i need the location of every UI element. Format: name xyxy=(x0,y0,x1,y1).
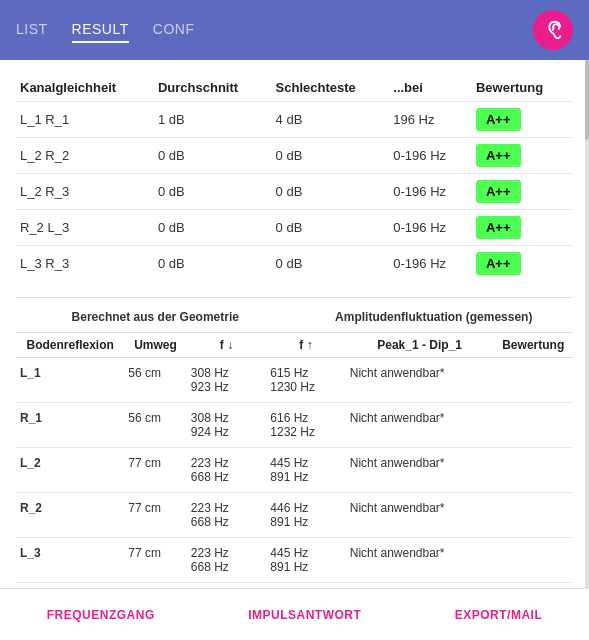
row-at: 0-196 Hz xyxy=(389,138,472,174)
table-row: L_1 R_1 1 dB 4 dB 196 Hz A++ xyxy=(16,102,573,138)
col-kanalgleichheit: Kanalgleichheit xyxy=(16,72,154,102)
row-bodenrefl: L_1 xyxy=(16,358,124,403)
row-worst: 0 dB xyxy=(272,210,390,246)
row-at: 0-196 Hz xyxy=(389,246,472,282)
row-umweg: 77 cm xyxy=(124,493,186,538)
table-row: L_2 R_2 0 dB 0 dB 0-196 Hz A++ xyxy=(16,138,573,174)
table-row: R_2 77 cm 223 Hz668 Hz 446 Hz891 Hz Nich… xyxy=(16,493,573,538)
header-left: Berechnet aus der Geometrie xyxy=(16,306,295,328)
col-f-down: f ↓ xyxy=(187,333,267,358)
row-bodenrefl: R_2 xyxy=(16,493,124,538)
row-rating: A++ xyxy=(472,174,573,210)
row-worst: 4 dB xyxy=(272,102,390,138)
nav-list[interactable]: LIST xyxy=(16,17,48,43)
table-row: L_3 77 cm 223 Hz668 Hz 445 Hz891 Hz Nich… xyxy=(16,538,573,583)
hearing-icon-button[interactable] xyxy=(533,10,573,50)
header-nav: LIST RESULT CONF xyxy=(16,17,533,43)
table2-section-header: Berechnet aus der Geometrie Amplitudenfl… xyxy=(16,306,573,328)
row-f-up: 445 Hz891 Hz xyxy=(266,448,346,493)
table-row: R_1 56 cm 308 Hz924 Hz 616 Hz1232 Hz Nic… xyxy=(16,403,573,448)
header: LIST RESULT CONF xyxy=(0,0,589,60)
row-name: L_2 R_3 xyxy=(16,174,154,210)
table-row: L_3 R_3 0 dB 0 dB 0-196 Hz A++ xyxy=(16,246,573,282)
row-f-up: 445 Hz891 Hz xyxy=(266,538,346,583)
kanalgleichheit-table: Kanalgleichheit Durchschnitt Schlechtest… xyxy=(16,72,573,281)
row-f-down: 308 Hz924 Hz xyxy=(187,403,267,448)
table-row: R_2 L_3 0 dB 0 dB 0-196 Hz A++ xyxy=(16,210,573,246)
export-mail-button[interactable]: EXPORT/MAIL xyxy=(455,608,543,622)
row-bew xyxy=(493,403,573,448)
header-right: Amplitudenfluktuation (gemessen) xyxy=(295,306,574,328)
hearing-icon xyxy=(542,19,564,41)
row-bodenrefl: R_1 xyxy=(16,403,124,448)
app-container: LIST RESULT CONF Kanalgleichheit Durchsc… xyxy=(0,0,589,640)
table-row: L_2 77 cm 223 Hz668 Hz 445 Hz891 Hz Nich… xyxy=(16,448,573,493)
impulsantwort-button[interactable]: IMPULSANTWORT xyxy=(248,608,361,622)
row-f-up: 616 Hz1232 Hz xyxy=(266,403,346,448)
content-area: Kanalgleichheit Durchschnitt Schlechtest… xyxy=(0,60,589,640)
row-f-down: 223 Hz668 Hz xyxy=(187,448,267,493)
divider-1 xyxy=(16,297,573,298)
row-peak: Nicht anwendbar* xyxy=(346,403,494,448)
row-at: 0-196 Hz xyxy=(389,174,472,210)
col-durchschnitt: Durchschnitt xyxy=(154,72,272,102)
row-umweg: 56 cm xyxy=(124,358,186,403)
row-bew xyxy=(493,538,573,583)
row-at: 196 Hz xyxy=(389,102,472,138)
row-peak: Nicht anwendbar* xyxy=(346,538,494,583)
frequenzgang-button[interactable]: FREQUENZGANG xyxy=(47,608,155,622)
row-worst: 0 dB xyxy=(272,138,390,174)
col-bei: ...bei xyxy=(389,72,472,102)
row-f-down: 308 Hz923 Hz xyxy=(187,358,267,403)
nav-conf[interactable]: CONF xyxy=(153,17,195,43)
row-at: 0-196 Hz xyxy=(389,210,472,246)
row-bew xyxy=(493,493,573,538)
nav-result[interactable]: RESULT xyxy=(72,17,129,43)
row-name: L_1 R_1 xyxy=(16,102,154,138)
row-f-down: 223 Hz668 Hz xyxy=(187,538,267,583)
row-name: L_3 R_3 xyxy=(16,246,154,282)
row-bew xyxy=(493,448,573,493)
row-avg: 0 dB xyxy=(154,138,272,174)
row-worst: 0 dB xyxy=(272,246,390,282)
scrollbar-track xyxy=(585,60,589,588)
col-schlechteste: Schlechteste xyxy=(272,72,390,102)
row-bodenrefl: L_2 xyxy=(16,448,124,493)
row-umweg: 77 cm xyxy=(124,448,186,493)
row-avg: 1 dB xyxy=(154,102,272,138)
row-rating: A++ xyxy=(472,138,573,174)
row-bew xyxy=(493,358,573,403)
row-avg: 0 dB xyxy=(154,210,272,246)
table-row: L_1 56 cm 308 Hz923 Hz 615 Hz1230 Hz Nic… xyxy=(16,358,573,403)
row-umweg: 56 cm xyxy=(124,403,186,448)
row-f-up: 615 Hz1230 Hz xyxy=(266,358,346,403)
row-name: L_2 R_2 xyxy=(16,138,154,174)
row-avg: 0 dB xyxy=(154,246,272,282)
row-name: R_2 L_3 xyxy=(16,210,154,246)
row-rating: A++ xyxy=(472,246,573,282)
row-f-up: 446 Hz891 Hz xyxy=(266,493,346,538)
row-worst: 0 dB xyxy=(272,174,390,210)
col-f-up: f ↑ xyxy=(266,333,346,358)
row-avg: 0 dB xyxy=(154,174,272,210)
row-rating: A++ xyxy=(472,210,573,246)
footer: FREQUENZGANG IMPULSANTWORT EXPORT/MAIL xyxy=(0,588,589,640)
col-bew2: Bewertung xyxy=(493,333,573,358)
row-bodenrefl: L_3 xyxy=(16,538,124,583)
row-peak: Nicht anwendbar* xyxy=(346,448,494,493)
col-peak: Peak_1 - Dip_1 xyxy=(346,333,494,358)
col-bodenreflexion: Bodenreflexion xyxy=(16,333,124,358)
col-bewertung: Bewertung xyxy=(472,72,573,102)
row-f-down: 223 Hz668 Hz xyxy=(187,493,267,538)
scrollbar-thumb[interactable] xyxy=(585,60,589,140)
row-rating: A++ xyxy=(472,102,573,138)
table-row: L_2 R_3 0 dB 0 dB 0-196 Hz A++ xyxy=(16,174,573,210)
bodenreflexion-table: Bodenreflexion Umweg f ↓ f ↑ Peak_1 - Di… xyxy=(16,332,573,583)
col-umweg: Umweg xyxy=(124,333,186,358)
row-peak: Nicht anwendbar* xyxy=(346,493,494,538)
row-umweg: 77 cm xyxy=(124,538,186,583)
row-peak: Nicht anwendbar* xyxy=(346,358,494,403)
